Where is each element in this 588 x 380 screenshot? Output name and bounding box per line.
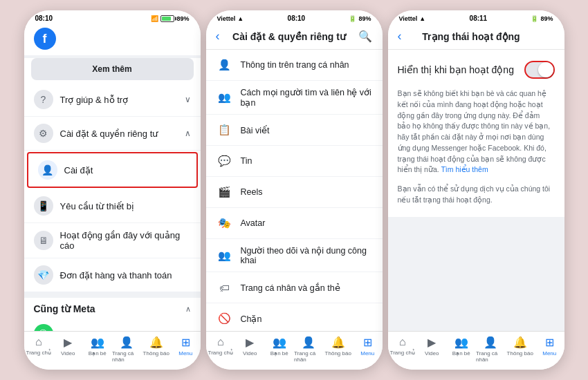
view-more-button[interactable]: Xem thêm [31,58,194,80]
learn-more-link[interactable]: Tìm hiểu thêm [441,165,488,173]
nav3-menu-label: Menu [542,350,556,357]
profile-info-label: Thông tin trên trang cá nhân [241,60,373,70]
phone2-page-title: Cài đặt & quyền riêng tư [232,31,346,42]
nav-home[interactable]: ⌂ Trang chủ [24,334,54,364]
toggle-label: Hiển thị khi bạn hoạt động [398,64,514,75]
settings-item[interactable]: 👤 Cài đặt [27,152,198,188]
help-icon: ? [34,90,53,109]
nav2-menu[interactable]: ⊞ Menu [353,334,383,364]
phone2-time: 08:10 [288,15,306,22]
wifi-icon: 📶 [151,15,158,22]
nav-friends[interactable]: 👥 Bạn bè [83,334,113,364]
settings-list: 👤 Thông tin trên trang cá nhân 👥 Cách mọ… [206,50,383,331]
phone3-bottom-nav: ⌂ Trang chủ ▶ Video 👥 Bạn bè 👤 Trang cá … [388,331,564,370]
help-support-label: Trợ giúp & hỗ trợ [60,95,178,105]
profile-tags-icon: 🏷 [216,278,234,296]
avatar-item[interactable]: 🎭 Avatar [206,208,383,239]
device-request-item[interactable]: 📱 Yêu cầu từ thiết bị [24,189,201,223]
nav2-notifications[interactable]: 🔔 Thông báo [324,334,353,364]
nav2-notifications-label: Thông báo [325,350,351,357]
carrier-label3: Viettel [399,15,418,22]
nav2-profile-label: Trang cá nhân [294,350,324,363]
nav2-video-label: Video [243,350,257,357]
nav3-video[interactable]: ▶ Video [417,334,447,364]
nav3-home[interactable]: ⌂ Trang chủ [388,334,418,364]
whatsapp-item[interactable]: ✆ WhatsApp [24,317,201,331]
reels-label: Reels [241,187,373,197]
meta-section-chevron: ∧ [185,305,191,314]
nav2-friends[interactable]: 👥 Bạn bè [265,334,295,364]
help-support-item[interactable]: ? Trợ giúp & hỗ trợ ∨ [24,83,201,117]
followers-item[interactable]: 👥 Người theo dõi và nội dung công khai [206,239,383,272]
bell-icon3: 🔔 [513,336,527,349]
nav3-notifications[interactable]: 🔔 Thông báo [506,334,535,364]
back-button[interactable]: ‹ [216,29,220,44]
facebook-logo: f [34,28,56,50]
phone1-status-icons: 📶 89% [151,15,189,22]
messages-icon: 💬 [216,152,234,170]
meta-section: Cũng từ Meta ∧ ✆ WhatsApp [24,298,201,331]
orders-icon: 💎 [34,265,53,285]
nav3-menu[interactable]: ⊞ Menu [535,334,564,364]
battery-icon2: 🔋 [349,15,356,22]
block-item[interactable]: 🚫 Chặn [206,303,383,331]
profile-info-item[interactable]: 👤 Thông tin trên trang cá nhân [206,50,383,81]
settings-privacy-label: Cài đặt & quyền riêng tư [60,129,178,139]
orders-payments-item[interactable]: 💎 Đơn đặt hàng và thanh toán [24,258,201,292]
posts-item[interactable]: 📋 Bài viết [206,115,383,146]
active-status-note: Bạn vẫn có thể sử dụng dịch vụ của chúng… [398,184,555,206]
active-status-toggle[interactable] [524,61,555,79]
profile-info-icon: 👤 [216,56,234,74]
menu-grid-icon3: ⊞ [545,336,554,349]
chevron-down-icon: ∧ [185,129,191,138]
nav-profile[interactable]: 👤 Trang cá nhân [112,334,142,364]
nav2-home[interactable]: ⌂ Trang chủ [206,334,236,364]
nav-menu[interactable]: ⊞ Menu [171,334,201,364]
reels-icon: 🎬 [216,183,234,201]
phone3-status-bar: Viettel ▲ 08:11 🔋 89% [388,10,564,25]
messages-label: Tin [241,156,373,166]
menu-section: Xem thêm ? Trợ giúp & hỗ trợ ∨ ⚙ Cài đặt… [24,58,201,292]
nav-video[interactable]: ▶ Video [53,334,83,364]
battery-percent: 89% [176,15,189,22]
profile-tags-item[interactable]: 🏷 Trang cá nhân và gắn thẻ [206,272,383,303]
battery-indicator [160,15,174,22]
nav-friends-label: Bạn bè [89,350,107,357]
recent-activity-item[interactable]: 🖥 Hoạt động gần đây với quảng cáo [24,223,201,258]
phone2-content: 👤 Thông tin trên trang cá nhân 👥 Cách mọ… [206,50,383,331]
find-contact-icon: 👥 [216,88,234,106]
settings-privacy-item[interactable]: ⚙ Cài đặt & quyền riêng tư ∧ [24,117,201,151]
avatar-label: Avatar [241,218,373,228]
nav2-video[interactable]: ▶ Video [235,334,265,364]
home-icon: ⌂ [35,336,42,348]
nav3-friends-label: Bạn bè [452,350,470,357]
search-button[interactable]: 🔍 [358,30,372,43]
friends-icon: 👥 [91,336,104,349]
messages-item[interactable]: 💬 Tin [206,146,383,177]
home-icon3: ⌂ [399,336,406,348]
settings-icon: 👤 [38,160,57,180]
video-icon3: ▶ [428,336,436,349]
find-contact-item[interactable]: 👥 Cách mọi người tìm và liên hệ với bạn [206,81,383,115]
nav-video-label: Video [61,350,75,357]
nav3-profile-label: Trang cá nhân [476,350,506,363]
nav3-profile[interactable]: 👤 Trang cá nhân [476,334,506,364]
nav2-friends-label: Bạn bè [270,350,288,357]
posts-icon: 📋 [216,121,234,139]
bell-icon: 🔔 [149,336,163,349]
reels-item[interactable]: 🎬 Reels [206,177,383,208]
activity-icon: 🖥 [34,231,53,250]
battery-percent2: 89% [358,15,371,22]
nav3-friends[interactable]: 👥 Bạn bè [447,334,477,364]
profile-icon3: 👤 [484,336,497,349]
phone1: 08:10 📶 89% f Xem thêm ? Trợ giúp & hỗ t… [24,10,201,370]
back-button3[interactable]: ‹ [398,29,402,44]
video-icon: ▶ [64,336,72,349]
friends-icon2: 👥 [273,336,286,349]
nav-notifications[interactable]: 🔔 Thông báo [142,334,172,364]
settings-privacy-icon: ⚙ [34,124,53,143]
active-status-description: Bạn sẽ không biết khi bạn bè và các quan… [398,88,555,175]
nav2-profile[interactable]: 👤 Trang cá nhân [294,334,324,364]
whatsapp-icon: ✆ [34,324,53,331]
followers-label: Người theo dõi và nội dung công khai [241,245,373,265]
